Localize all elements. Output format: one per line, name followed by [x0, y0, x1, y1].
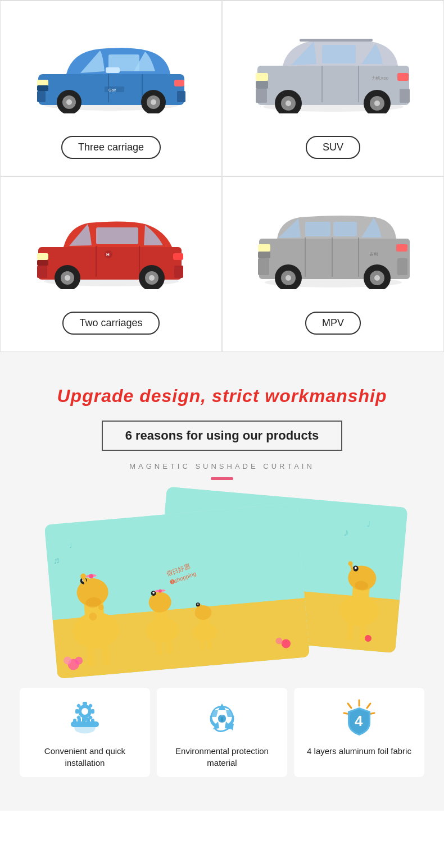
- svg-text:Golf: Golf: [108, 88, 116, 92]
- svg-rect-142: [91, 709, 94, 714]
- svg-text:吉利: 吉利: [370, 252, 378, 256]
- svg-rect-71: [258, 258, 269, 275]
- svg-text:力帆X60: 力帆X60: [371, 76, 389, 81]
- svg-text:♬: ♬: [53, 555, 60, 565]
- two-carriages-svg: H: [21, 199, 201, 289]
- svg-rect-39: [96, 227, 138, 244]
- svg-rect-147: [73, 719, 76, 725]
- svg-rect-150: [87, 718, 90, 725]
- feature-card-install: Convenient and quick installation: [20, 688, 150, 777]
- svg-point-44: [65, 275, 70, 281]
- giraffe-scene-front: ♬ ♩ 假日好愿 ➊shopping: [44, 503, 310, 679]
- svg-text:H: H: [106, 252, 110, 257]
- car-image-two-carriages: H: [6, 188, 216, 300]
- svg-point-26: [286, 100, 291, 106]
- car-cell-two-carriages: H Two carriages: [0, 176, 222, 352]
- feature-eco-label: Environmental protection material: [165, 745, 279, 769]
- car-image-three-carriage: Golf: [6, 12, 216, 125]
- suv-svg: 力帆X60: [243, 24, 423, 113]
- curtain-image-area: ♪ ♩: [11, 497, 433, 671]
- reasons-box: 6 reasons for using our products: [102, 421, 343, 451]
- svg-rect-57: [305, 222, 330, 236]
- svg-rect-18: [37, 85, 48, 91]
- svg-rect-52: [174, 266, 183, 278]
- pink-divider: [211, 477, 233, 480]
- svg-text:♪: ♪: [343, 526, 350, 538]
- svg-line-153: [367, 703, 370, 708]
- recycle-icon: [202, 699, 242, 738]
- svg-point-67: [374, 275, 380, 281]
- feature-card-aluminum: 4 4 layers aluminum foil fabric: [294, 688, 424, 777]
- svg-rect-151: [91, 719, 94, 725]
- svg-rect-36: [400, 89, 410, 103]
- upgrade-section: Upgrade design, strict workmanship 6 rea…: [0, 352, 444, 811]
- feature-card-eco: Environmental protection material: [157, 688, 287, 777]
- feature-cards: Convenient and quick installation: [11, 688, 433, 788]
- svg-point-7: [66, 99, 72, 105]
- svg-point-29: [374, 100, 380, 106]
- suv-label: SUV: [306, 136, 360, 159]
- gear-hand-icon: [65, 699, 105, 738]
- svg-rect-35: [256, 89, 267, 103]
- svg-rect-139: [83, 702, 87, 705]
- svg-rect-34: [256, 81, 268, 89]
- upgrade-title: Upgrade design, strict workmanship: [11, 386, 433, 406]
- feature-aluminum-label: 4 layers aluminum foil fabric: [307, 745, 411, 757]
- svg-rect-69: [396, 244, 407, 252]
- svg-rect-32: [300, 39, 373, 42]
- svg-rect-13: [106, 67, 120, 73]
- svg-rect-72: [397, 258, 407, 275]
- car-grid: Golf Three carriage: [0, 0, 444, 352]
- svg-rect-12: [174, 80, 184, 86]
- car-image-suv: 力帆X60: [228, 12, 438, 125]
- svg-rect-149: [82, 717, 85, 725]
- svg-point-64: [286, 275, 291, 281]
- svg-rect-70: [258, 252, 270, 258]
- svg-point-47: [149, 275, 155, 281]
- svg-rect-16: [37, 91, 46, 102]
- svg-text:♩: ♩: [366, 519, 371, 529]
- reasons-text: 6 reasons for using our products: [125, 428, 319, 442]
- subtitle: MAGNETIC SUNSHADE CURTAIN: [11, 462, 433, 470]
- svg-text:4: 4: [355, 712, 363, 729]
- two-carriages-label: Two carriages: [62, 312, 159, 335]
- svg-rect-148: [78, 718, 81, 725]
- svg-rect-17: [177, 91, 185, 102]
- mpv-svg: 吉利: [243, 199, 423, 289]
- car-cell-mpv: 吉利 MPV: [222, 176, 444, 352]
- svg-rect-30: [256, 73, 268, 81]
- svg-line-154: [348, 703, 351, 708]
- three-carriage-svg: Golf: [21, 24, 201, 113]
- feature-install-label: Convenient and quick installation: [28, 745, 142, 769]
- car-image-mpv: 吉利: [228, 188, 438, 300]
- svg-rect-141: [75, 709, 79, 714]
- shield-4-icon: 4: [339, 699, 379, 738]
- svg-point-10: [151, 99, 156, 105]
- svg-rect-49: [173, 253, 183, 260]
- svg-rect-48: [37, 253, 48, 260]
- svg-text:♩: ♩: [69, 542, 73, 550]
- svg-point-138: [81, 708, 88, 715]
- svg-rect-50: [37, 260, 48, 266]
- svg-rect-51: [37, 266, 47, 278]
- car-cell-three-carriage: Golf Three carriage: [0, 1, 222, 176]
- three-carriage-label: Three carriage: [61, 136, 161, 159]
- svg-rect-58: [333, 222, 357, 236]
- curtain-card-front: ♬ ♩ 假日好愿 ➊shopping: [44, 503, 310, 679]
- svg-rect-31: [397, 73, 409, 81]
- mpv-label: MPV: [305, 312, 361, 335]
- car-cell-suv: 力帆X60 SUV: [222, 1, 444, 176]
- svg-rect-21: [322, 45, 356, 63]
- svg-rect-68: [258, 244, 270, 252]
